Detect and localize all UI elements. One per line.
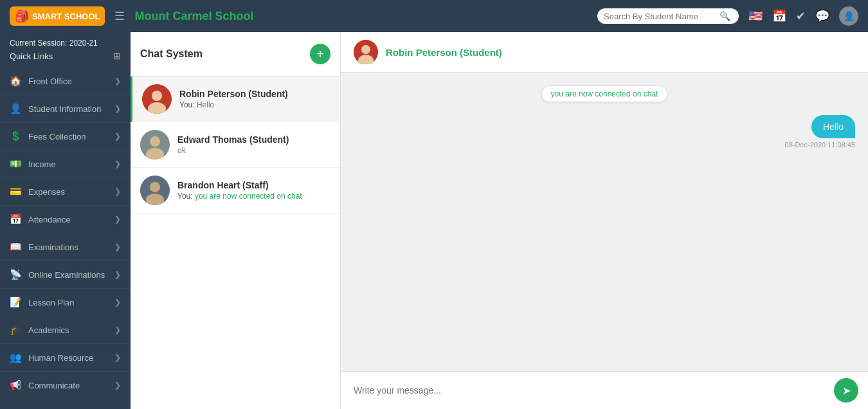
sidebar-item-human-resource[interactable]: 👥 Human Resource ❯ xyxy=(0,344,131,372)
preview-text-robin: Hello xyxy=(197,100,214,109)
session-label: Current Session: 2020-21 xyxy=(10,39,98,48)
contact-name-brandon: Brandon Heart (Staff) xyxy=(177,180,330,190)
sidebar-item-label: Communicate xyxy=(28,381,80,390)
sidebar-item-expenses[interactable]: 💳 Expenses ❯ xyxy=(0,178,131,206)
svg-point-4 xyxy=(150,136,160,147)
messages-container: Hello 08-Dec-2020 11:08:45 xyxy=(354,109,855,149)
svg-point-1 xyxy=(152,91,162,101)
sidebar-item-label: Income xyxy=(28,159,56,169)
chat-window-avatar xyxy=(354,40,378,64)
svg-point-10 xyxy=(361,45,370,54)
svg-point-7 xyxy=(150,182,160,192)
chevron-right-icon: ❯ xyxy=(114,77,121,86)
add-chat-button[interactable]: + xyxy=(310,44,330,64)
message-bubble: Hello xyxy=(811,115,855,138)
sidebar-item-label: Examinations xyxy=(28,242,78,252)
quick-links-label: Quick Links xyxy=(10,51,53,61)
chevron-right-icon: ❯ xyxy=(114,298,121,307)
online-exam-icon: 📡 xyxy=(10,269,22,280)
sidebar-item-label: Academics xyxy=(28,325,69,335)
whatsapp-icon[interactable]: 💬 xyxy=(815,9,829,23)
chat-list-item-edward[interactable]: Edward Thomas (Student) ok xyxy=(131,122,340,168)
school-name: Mount Carmel School xyxy=(134,10,588,23)
chevron-right-icon: ❯ xyxy=(114,104,121,113)
sidebar-item-communicate[interactable]: 📢 Communicate ❯ xyxy=(0,372,131,399)
search-bar: 🔍 xyxy=(597,8,739,24)
chat-panel-header: Chat System + xyxy=(131,32,340,77)
send-button[interactable]: ➤ xyxy=(834,378,858,403)
hr-icon: 👥 xyxy=(10,352,22,363)
chat-list: Robin Peterson (Student) You: Hello xyxy=(131,77,340,409)
avatar[interactable]: 👤 xyxy=(839,6,858,26)
sidebar-item-student-information[interactable]: 👤 Student Information ❯ xyxy=(0,95,131,123)
message-sent-hello: Hello 08-Dec-2020 11:08:45 xyxy=(785,115,855,149)
hamburger-icon[interactable]: ☰ xyxy=(114,9,125,23)
sidebar-item-front-office[interactable]: 🏠 Front Office ❯ xyxy=(0,68,131,95)
contact-name-robin: Robin Peterson (Student) xyxy=(179,89,330,99)
chevron-right-icon: ❯ xyxy=(114,325,121,334)
chevron-right-icon: ❯ xyxy=(114,215,121,224)
grid-icon[interactable]: ⊞ xyxy=(113,51,121,61)
expenses-icon: 💳 xyxy=(10,186,22,197)
nav-icons: 🇺🇸 📅 ✔ 💬 👤 xyxy=(748,6,858,26)
sidebar-item-attendance[interactable]: 📅 Attendance ❯ xyxy=(0,206,131,233)
session-bar: Current Session: 2020-21 xyxy=(0,32,131,51)
academics-icon: 🎓 xyxy=(10,324,22,336)
message-time: 08-Dec-2020 11:08:45 xyxy=(785,141,855,149)
sidebar-item-lesson-plan[interactable]: 📝 Lesson Plan ❯ xyxy=(0,289,131,316)
sidebar-item-label: Human Resource xyxy=(28,353,93,363)
front-office-icon: 🏠 xyxy=(10,75,22,87)
calendar-icon[interactable]: 📅 xyxy=(772,9,786,23)
connected-badge: you are now connected on chat xyxy=(541,86,668,102)
chat-window-header: Robin Peterson (Student) xyxy=(341,32,868,73)
sidebar-item-label: Online Examinations xyxy=(28,270,105,280)
preview-you-brandon: You: xyxy=(177,192,193,201)
chevron-right-icon: ❯ xyxy=(114,159,121,168)
chat-window: Robin Peterson (Student) you are now con… xyxy=(341,32,868,409)
chat-input-area: ➤ xyxy=(341,371,868,409)
chevron-right-icon: ❯ xyxy=(114,242,121,251)
sidebar-item-academics[interactable]: 🎓 Academics ❯ xyxy=(0,316,131,344)
sidebar-item-label: Student Information xyxy=(28,104,101,114)
income-icon: 💵 xyxy=(10,158,22,170)
lesson-plan-icon: 📝 xyxy=(10,296,22,308)
chat-window-name: Robin Peterson (Student) xyxy=(386,47,502,58)
message-input[interactable] xyxy=(350,380,827,401)
attendance-icon: 📅 xyxy=(10,214,22,225)
chat-list-item-robin[interactable]: Robin Peterson (Student) You: Hello xyxy=(131,77,340,122)
logo: 🎒 SMART SCHOOL xyxy=(10,6,105,26)
contact-avatar-robin xyxy=(142,84,172,114)
preview-text-brandon: you are now connected on chat xyxy=(195,192,302,201)
search-icon: 🔍 xyxy=(719,11,730,21)
sidebar-item-label: Lesson Plan xyxy=(28,298,75,307)
chevron-right-icon: ❯ xyxy=(114,353,121,362)
communicate-icon: 📢 xyxy=(10,379,22,391)
chevron-right-icon: ❯ xyxy=(114,132,121,141)
logo-icon: 🎒 xyxy=(15,9,29,23)
sidebar-item-label: Attendance xyxy=(28,215,71,224)
sidebar-item-examinations[interactable]: 📖 Examinations ❯ xyxy=(0,233,131,261)
topnav: 🎒 SMART SCHOOL ☰ Mount Carmel School 🔍 🇺… xyxy=(0,0,868,32)
sidebar-item-fees-collection[interactable]: 💲 Fees Collection ❯ xyxy=(0,123,131,150)
sidebar-item-income[interactable]: 💵 Income ❯ xyxy=(0,150,131,178)
send-icon: ➤ xyxy=(842,385,851,397)
chat-panel: Chat System + Robin Peterson (Student) Y… xyxy=(131,32,341,409)
quick-links-bar: Quick Links ⊞ xyxy=(0,51,131,68)
fees-icon: 💲 xyxy=(10,131,22,142)
logo-text: SMART SCHOOL xyxy=(32,12,100,21)
sidebar-item-label: Expenses xyxy=(28,187,65,197)
sidebar-item-label: Fees Collection xyxy=(28,132,86,141)
chat-list-item-brandon[interactable]: Brandon Heart (Staff) You: you are now c… xyxy=(131,168,340,214)
preview-you-robin: You: xyxy=(179,100,195,109)
checkmark-icon[interactable]: ✔ xyxy=(796,9,806,23)
examinations-icon: 📖 xyxy=(10,241,22,253)
search-input[interactable] xyxy=(604,12,719,21)
contact-avatar-brandon xyxy=(140,176,170,205)
main-layout: Current Session: 2020-21 Quick Links ⊞ 🏠… xyxy=(0,32,868,409)
sidebar-item-online-examinations[interactable]: 📡 Online Examinations ❯ xyxy=(0,261,131,289)
chevron-right-icon: ❯ xyxy=(114,187,121,196)
messages-area: you are now connected on chat Hello 08-D… xyxy=(341,73,868,371)
flag-icon[interactable]: 🇺🇸 xyxy=(748,9,763,23)
contact-name-edward: Edward Thomas (Student) xyxy=(177,134,330,145)
contact-avatar-edward xyxy=(140,130,170,159)
